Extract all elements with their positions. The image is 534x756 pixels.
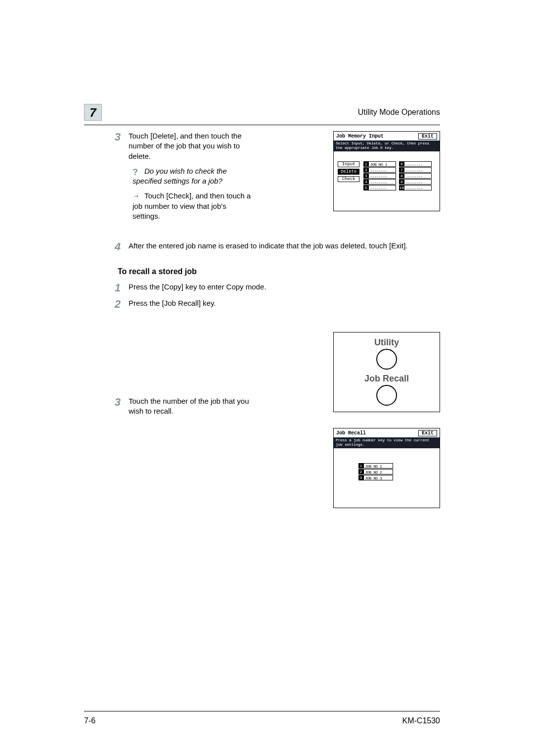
job-number: 10 bbox=[399, 185, 404, 190]
job-memory-input-screen: Job Memory Input Exit Select Input, Dele… bbox=[333, 131, 440, 211]
tip-text: Do you wish to check the specified setti… bbox=[133, 167, 227, 185]
job-number: 2 bbox=[358, 469, 363, 474]
screen-title: Job Memory Input bbox=[336, 134, 384, 139]
recall-step-1: 1 Press the [Copy] key to enter Copy mod… bbox=[84, 282, 440, 293]
arrow-body: Touch [Check], and then touch a job numb… bbox=[129, 191, 252, 221]
input-button[interactable]: Input bbox=[338, 161, 359, 167]
step-text: Press the [Copy] key to enter Copy mode. bbox=[129, 282, 440, 292]
job-number: 9 bbox=[399, 179, 404, 185]
job-slot[interactable]: 5-------- bbox=[363, 185, 396, 190]
arrow-icon bbox=[133, 191, 141, 199]
job-slot[interactable]: 8-------- bbox=[399, 173, 432, 179]
job-recall-body: 1JOB NO 1 2JOB NO 2 3JOB NO 3 bbox=[334, 448, 440, 485]
step-text: Touch the number of the job that you wis… bbox=[129, 396, 252, 417]
exit-button[interactable]: Exit bbox=[418, 133, 437, 140]
job-label: -------- bbox=[404, 161, 432, 167]
screen-title: Job Recall bbox=[336, 430, 366, 436]
question-icon: ? bbox=[133, 166, 141, 174]
mode-buttons: Input Delete Check bbox=[338, 161, 359, 190]
recall-step-2: 2 Press the [Job Recall] key. bbox=[84, 298, 440, 310]
job-label: JOB NO 1 bbox=[363, 463, 393, 469]
job-label: JOB NO 2 bbox=[363, 469, 393, 474]
job-number: 7 bbox=[399, 167, 404, 173]
job-slot[interactable]: 3-------- bbox=[363, 173, 396, 179]
job-slot[interactable]: 2-------- bbox=[363, 167, 396, 173]
job-slot[interactable]: 10-------- bbox=[399, 185, 432, 190]
job-slot[interactable]: 1JOB NO 1 bbox=[358, 463, 440, 469]
step-number: 3 bbox=[84, 131, 129, 142]
job-number: 2 bbox=[363, 167, 368, 173]
arrow-text: Touch [Check], and then touch a job numb… bbox=[133, 191, 251, 220]
job-label: -------- bbox=[404, 185, 432, 190]
screen-header: Job Memory Input Exit bbox=[334, 132, 440, 141]
job-recall-screen: Job Recall Exit Press a job number key t… bbox=[333, 428, 440, 508]
footer-rule bbox=[84, 711, 440, 712]
arrow-number-spacer bbox=[84, 191, 129, 191]
job-col-left: 1JOB NO 1 2-------- 3-------- 4-------- … bbox=[363, 161, 396, 190]
jobrecall-key[interactable] bbox=[376, 385, 397, 406]
header-rule bbox=[84, 125, 440, 125]
chapter-number-box: 7 bbox=[84, 104, 102, 121]
job-number: 3 bbox=[358, 475, 363, 480]
job-slot[interactable]: 9-------- bbox=[399, 179, 432, 185]
step-number: 2 bbox=[84, 298, 129, 310]
step-4: 4 After the entered job name is erased t… bbox=[84, 241, 440, 252]
job-label: -------- bbox=[368, 185, 396, 190]
job-label: -------- bbox=[404, 173, 432, 179]
job-label: -------- bbox=[368, 167, 396, 173]
job-label: -------- bbox=[404, 167, 432, 173]
job-slot[interactable]: 3JOB NO 3 bbox=[358, 475, 440, 480]
job-number: 1 bbox=[363, 161, 368, 167]
step-text: Touch [Delete], and then touch the numbe… bbox=[129, 131, 252, 161]
job-number: 6 bbox=[399, 161, 404, 167]
job-label: -------- bbox=[368, 173, 396, 179]
job-label: JOB NO 3 bbox=[363, 475, 393, 480]
job-slot[interactable]: 6-------- bbox=[399, 161, 432, 167]
step-number: 4 bbox=[84, 241, 129, 252]
physical-key-panel: Utility Job Recall bbox=[333, 332, 440, 412]
utility-key-label: Utility bbox=[358, 337, 415, 348]
step-text: Press the [Job Recall] key. bbox=[129, 298, 252, 308]
job-grid: 1JOB NO 1 2-------- 3-------- 4-------- … bbox=[363, 161, 432, 190]
jobrecall-key-label: Job Recall bbox=[358, 374, 415, 384]
job-slot[interactable]: 1JOB NO 1 bbox=[363, 161, 396, 167]
step-number: 3 bbox=[84, 396, 129, 408]
check-button[interactable]: Check bbox=[338, 176, 359, 182]
step-text: After the entered job name is erased to … bbox=[129, 241, 440, 251]
job-label: JOB NO 1 bbox=[368, 161, 396, 167]
page-number: 7-6 bbox=[84, 716, 95, 725]
job-label: -------- bbox=[404, 179, 432, 185]
job-slot[interactable]: 2JOB NO 2 bbox=[358, 469, 440, 474]
tip-number-spacer bbox=[84, 166, 129, 167]
delete-button[interactable]: Delete bbox=[338, 169, 359, 175]
exit-button[interactable]: Exit bbox=[418, 430, 437, 436]
job-slot[interactable]: 4-------- bbox=[363, 179, 396, 185]
job-number: 5 bbox=[363, 185, 368, 190]
job-number: 8 bbox=[399, 173, 404, 179]
step-number: 1 bbox=[84, 282, 129, 293]
page-header-title: Utility Mode Operations bbox=[358, 108, 440, 117]
body-content: 3 Touch [Delete], and then touch the num… bbox=[84, 131, 440, 422]
model-name: KM-C1530 bbox=[402, 716, 440, 725]
job-number: 4 bbox=[363, 179, 368, 185]
subheading-recall: To recall a stored job bbox=[118, 267, 440, 276]
job-number: 3 bbox=[363, 173, 368, 179]
tip-body: ?Do you wish to check the specified sett… bbox=[129, 166, 252, 187]
job-col-right: 6-------- 7-------- 8-------- 9-------- … bbox=[399, 161, 432, 190]
job-label: -------- bbox=[368, 179, 396, 185]
screen-header: Job Recall Exit bbox=[334, 428, 440, 437]
screen-body: Input Delete Check 1JOB NO 1 2-------- 3… bbox=[334, 151, 440, 194]
screen-message: Press a job number key to view the curre… bbox=[334, 437, 440, 448]
screen-message: Select Input, Delete, or Check, then pre… bbox=[334, 141, 440, 151]
job-slot[interactable]: 7-------- bbox=[399, 167, 432, 173]
utility-key[interactable] bbox=[376, 349, 397, 370]
job-number: 1 bbox=[358, 463, 363, 469]
